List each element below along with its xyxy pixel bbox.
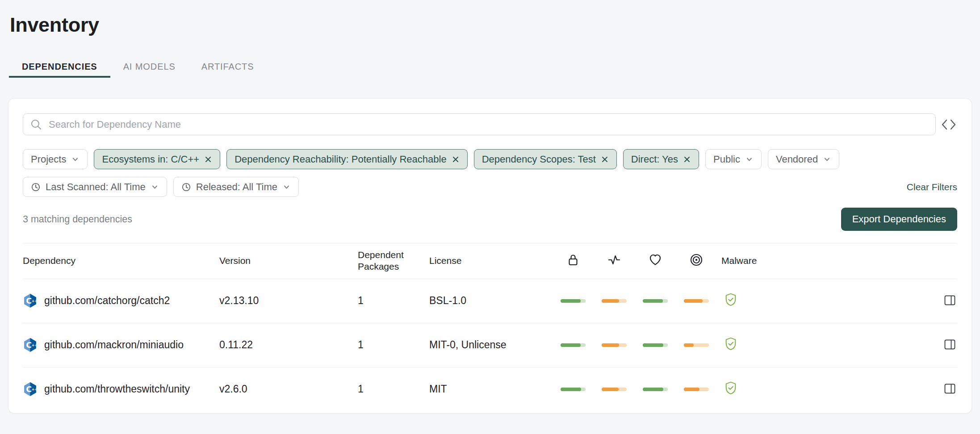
chevron-down-icon xyxy=(745,155,754,163)
open-details-panel-button[interactable] xyxy=(942,381,957,397)
column-header-license: License xyxy=(429,255,557,267)
table-row[interactable]: C++ github.com/throwtheswitch/unity v2.6… xyxy=(23,367,957,411)
quality-score-bar xyxy=(602,388,627,391)
column-header-malware: Malware xyxy=(721,255,932,267)
svg-text:++: ++ xyxy=(32,343,38,347)
search-row xyxy=(23,113,957,135)
side-panel-icon xyxy=(943,294,956,308)
projects-filter-dropdown[interactable]: Projects xyxy=(23,149,88,169)
dependency-version: v2.6.0 xyxy=(219,383,358,395)
dependency-version: v2.13.10 xyxy=(219,295,358,307)
filter-chip-reachability[interactable]: Dependency Reachability: Potentially Rea… xyxy=(226,149,468,169)
filter-chip-scopes[interactable]: Dependency Scopes: Test xyxy=(474,149,617,169)
column-header-dependency: Dependency xyxy=(23,255,219,267)
inventory-page: Inventory DEPENDENCIES AI MODELS ARTIFAC… xyxy=(0,0,980,434)
cpp-ecosystem-icon: C++ xyxy=(23,338,38,352)
results-action-row: 3 matching dependencies Export Dependenc… xyxy=(23,208,957,231)
filter-chips-row-1: Projects Ecosystems in: C/C++ Dependency… xyxy=(23,149,957,169)
quality-score-bar xyxy=(602,343,627,347)
code-icon xyxy=(941,119,956,130)
shield-check-icon xyxy=(721,337,737,354)
shield-check-icon xyxy=(721,292,737,309)
tab-ai-models[interactable]: AI MODELS xyxy=(110,57,188,78)
search-input[interactable] xyxy=(48,118,929,131)
table-header-row: Dependency Version Dependent Packages Li… xyxy=(23,243,957,279)
search-icon xyxy=(30,118,42,130)
security-score-bar xyxy=(561,299,586,303)
dependencies-table: Dependency Version Dependent Packages Li… xyxy=(23,243,957,411)
column-header-quality xyxy=(598,253,639,269)
cpp-ecosystem-icon: C++ xyxy=(23,382,38,396)
filter-chip-ecosystems-label: Ecosystems in: C/C++ xyxy=(102,154,199,165)
dependency-version: 0.11.22 xyxy=(219,339,358,351)
filter-chips-row-2: Last Scanned: All Time Released: All Tim… xyxy=(23,177,957,197)
chevron-down-icon xyxy=(71,155,80,163)
filter-chip-direct-label: Direct: Yes xyxy=(631,154,678,165)
dependencies-panel: Projects Ecosystems in: C/C++ Dependency… xyxy=(8,98,972,413)
released-filter-label: Released: All Time xyxy=(196,181,277,193)
released-filter-dropdown[interactable]: Released: All Time xyxy=(173,177,299,197)
dependency-name-link[interactable]: github.com/throwtheswitch/unity xyxy=(44,383,190,396)
security-score-bar xyxy=(561,343,586,347)
svg-text:C: C xyxy=(26,296,32,305)
last-scanned-filter-label: Last Scanned: All Time xyxy=(46,181,146,193)
column-header-security xyxy=(557,253,598,269)
vulnerability-score-bar xyxy=(684,388,709,391)
lock-icon xyxy=(557,253,580,269)
shield-check-icon xyxy=(721,381,737,398)
last-scanned-filter-dropdown[interactable]: Last Scanned: All Time xyxy=(23,177,167,197)
inventory-tabs: DEPENDENCIES AI MODELS ARTIFACTS xyxy=(9,57,980,78)
remove-filter-x-icon[interactable] xyxy=(601,155,609,163)
malware-status-cell xyxy=(721,381,932,398)
chevron-down-icon xyxy=(151,183,159,191)
matching-count-text: 3 matching dependencies xyxy=(23,214,132,225)
dependent-packages-count: 1 xyxy=(358,295,429,307)
remove-filter-x-icon[interactable] xyxy=(204,155,212,163)
side-panel-icon xyxy=(943,382,956,396)
tab-artifacts[interactable]: ARTIFACTS xyxy=(188,57,267,78)
column-header-version: Version xyxy=(219,255,358,267)
vendored-filter-label: Vendored xyxy=(776,154,818,165)
security-score-bar xyxy=(561,388,586,391)
filter-chip-scopes-label: Dependency Scopes: Test xyxy=(482,154,596,165)
public-filter-label: Public xyxy=(713,154,740,165)
svg-text:++: ++ xyxy=(32,387,38,392)
filter-chip-ecosystems[interactable]: Ecosystems in: C/C++ xyxy=(94,149,220,169)
open-details-panel-button[interactable] xyxy=(942,337,957,353)
side-panel-icon xyxy=(943,338,956,352)
svg-text:++: ++ xyxy=(32,299,38,303)
cpp-ecosystem-icon: C++ xyxy=(23,293,38,308)
page-title: Inventory xyxy=(0,0,980,37)
column-header-vulnerability xyxy=(680,253,721,269)
export-dependencies-button[interactable]: Export Dependencies xyxy=(841,208,957,231)
open-details-panel-button[interactable] xyxy=(942,293,957,309)
code-search-button[interactable] xyxy=(940,118,957,131)
remove-filter-x-icon[interactable] xyxy=(683,155,691,163)
vendored-filter-dropdown[interactable]: Vendored xyxy=(768,149,839,169)
malware-status-cell xyxy=(721,292,932,309)
dependent-packages-count: 1 xyxy=(358,383,429,395)
malware-status-cell xyxy=(721,337,932,354)
dependency-name-link[interactable]: github.com/catchorg/catch2 xyxy=(44,294,170,308)
table-row[interactable]: C++ github.com/mackron/miniaudio 0.11.22… xyxy=(23,323,957,367)
vulnerability-score-bar xyxy=(684,343,709,347)
public-filter-dropdown[interactable]: Public xyxy=(705,149,762,169)
filter-chip-direct[interactable]: Direct: Yes xyxy=(623,149,699,169)
column-header-dependent-packages: Dependent Packages xyxy=(358,249,429,273)
projects-filter-label: Projects xyxy=(31,154,66,165)
chevron-down-icon xyxy=(823,155,831,163)
table-row[interactable]: C++ github.com/catchorg/catch2 v2.13.10 … xyxy=(23,279,957,323)
chevron-down-icon xyxy=(282,183,291,191)
svg-text:C: C xyxy=(26,341,32,350)
remove-filter-x-icon[interactable] xyxy=(452,155,460,163)
dependency-license: MIT xyxy=(429,383,557,395)
tab-dependencies[interactable]: DEPENDENCIES xyxy=(9,57,110,78)
quality-score-bar xyxy=(602,299,627,303)
heart-icon xyxy=(639,253,662,269)
maintenance-score-bar xyxy=(643,388,668,391)
clock-icon xyxy=(31,182,41,192)
svg-text:C: C xyxy=(26,385,32,394)
search-box[interactable] xyxy=(23,113,936,135)
clear-filters-link[interactable]: Clear Filters xyxy=(907,182,957,192)
dependency-name-link[interactable]: github.com/mackron/miniaudio xyxy=(44,338,184,352)
